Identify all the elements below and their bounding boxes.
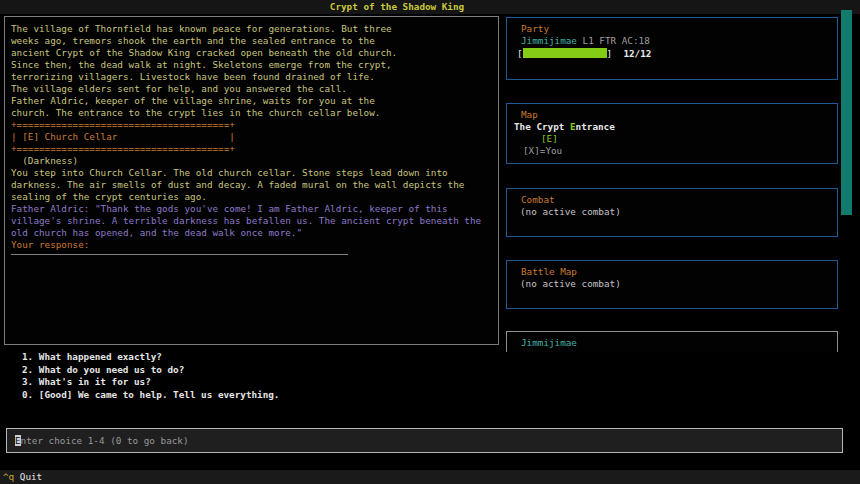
choice-input[interactable]: Enter choice 1-4 (0 to go back)	[6, 428, 843, 453]
party-panel: Party Jimmijimae L1 FTR AC:18 [] 12/12	[506, 17, 838, 80]
party-panel-title: Party	[507, 18, 837, 35]
story-line: +======================================+	[11, 119, 496, 131]
combat-panel: Combat (no active combat)	[506, 188, 838, 237]
map-panel: Map The Crypt Entrance [E] [X]=You	[506, 103, 838, 164]
party-member-name: Jimmijimae	[521, 35, 577, 46]
story-line: Since then, the dead walk at night. Skel…	[11, 59, 496, 71]
sidebar-scrollbar[interactable]	[841, 10, 852, 215]
character-panel-title: Jimmijimae	[507, 332, 837, 349]
story-line: Father Aldric: "Thank the gods you've co…	[11, 203, 496, 215]
story-panel: The village of Thornfield has known peac…	[4, 16, 499, 345]
story-line: weeks ago, tremors shook the earth and t…	[11, 35, 496, 47]
story-line: village's shrine. A terrible darkness ha…	[11, 215, 496, 227]
story-line: (Darkness)	[11, 155, 496, 167]
story-line: darkness. The air smells of dust and dec…	[11, 179, 496, 191]
story-line: terrorizing villagers. Livestock have be…	[11, 71, 496, 83]
combat-panel-title: Combat	[507, 189, 837, 206]
story-line: | [E] Church Cellar |	[11, 131, 496, 143]
map-entrance-marker: [E]	[507, 133, 837, 145]
choice-item[interactable]: 3. What's in it for us?	[22, 376, 279, 389]
quit-label: Quit	[14, 471, 42, 482]
character-panel: Jimmijimae	[506, 331, 838, 352]
hp-bar-fill	[523, 48, 607, 58]
choice-item[interactable]: 1. What happened exactly?	[22, 351, 279, 364]
combat-status: (no active combat)	[507, 206, 837, 218]
battle-map-status: (no active combat)	[507, 278, 837, 290]
choices-list: 1. What happened exactly?2. What do you …	[22, 351, 279, 401]
story-line: You step into Church Cellar. The old chu…	[11, 167, 496, 179]
story-text: The village of Thornfield has known peac…	[11, 23, 496, 251]
hp-value: 12/12	[612, 48, 651, 59]
hp-bar: [] 12/12	[507, 48, 837, 60]
story-line: Your response:	[11, 239, 496, 251]
status-bar: ^q Quit	[0, 470, 860, 484]
choice-item[interactable]: 2. What do you need us to do?	[22, 364, 279, 377]
battle-map-panel-title: Battle Map	[507, 261, 837, 278]
quit-shortcut-key[interactable]: ^q	[3, 471, 14, 482]
input-prompt-text: nter choice 1-4 (0 to go back)	[21, 435, 189, 446]
response-separator	[11, 254, 348, 255]
map-panel-title: Map	[507, 104, 837, 121]
battle-map-panel: Battle Map (no active combat)	[506, 260, 838, 309]
story-line: church. The entrance to the crypt lies i…	[11, 107, 496, 119]
app-title: Crypt of the Shadow King	[330, 1, 464, 13]
story-line: old church has opened, and the dead walk…	[11, 227, 496, 239]
map-legend: [X]=You	[507, 145, 837, 157]
title-bar: Crypt of the Shadow King	[0, 0, 860, 14]
map-location: The Crypt Entrance	[507, 121, 837, 133]
choice-item[interactable]: 0. [Good] We came to help. Tell us every…	[22, 389, 279, 402]
story-line: Father Aldric, keeper of the village shr…	[11, 95, 496, 107]
story-line: The village of Thornfield has known peac…	[11, 23, 496, 35]
story-line: +======================================+	[11, 143, 496, 155]
party-member-row: Jimmijimae L1 FTR AC:18	[507, 35, 837, 47]
story-line: ancient Crypt of the Shadow King cracked…	[11, 47, 496, 59]
story-line: sealing of the crypt centuries ago.	[11, 191, 496, 203]
story-line: The village elders sent for help, and yo…	[11, 83, 496, 95]
party-member-stats: L1 FTR AC:18	[577, 35, 650, 46]
